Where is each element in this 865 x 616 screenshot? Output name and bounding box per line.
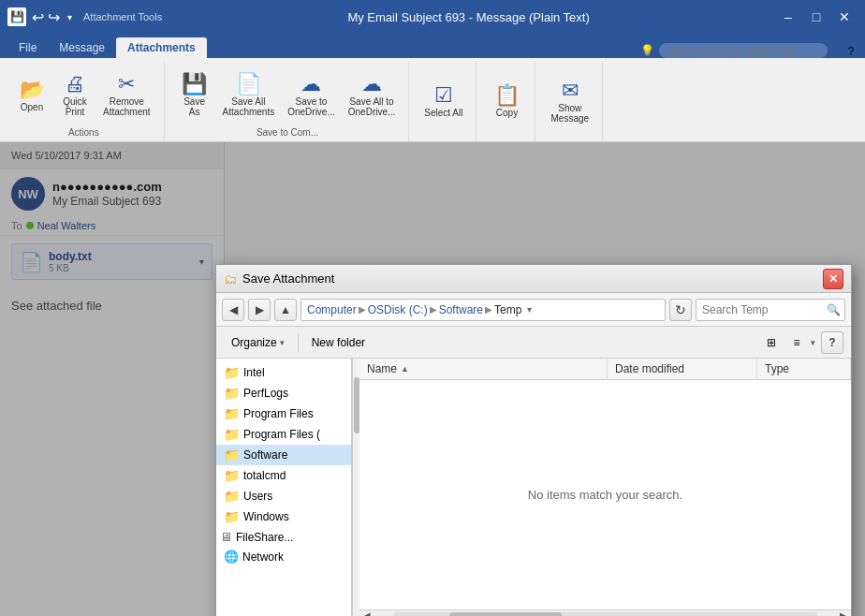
tab-message[interactable]: Message <box>48 37 116 58</box>
save-to-label: Save toOneDrive... <box>287 96 335 117</box>
open-label: Open <box>21 102 43 112</box>
nav-tree-wrapper: 📁 Intel 📁 PerfLogs 📁 Program Files <box>216 359 359 616</box>
breadcrumb-temp[interactable]: Temp <box>494 303 521 316</box>
remove-label: RemoveAttachment <box>103 96 151 117</box>
file-area: Name ▲ Date modified Type No items match… <box>359 359 851 616</box>
ribbon: 📂 Open 🖨 QuickPrint ✂ RemoveAttachment A… <box>0 58 865 142</box>
redo-btn[interactable]: ↪ <box>48 8 60 26</box>
col-name[interactable]: Name ▲ <box>359 359 608 379</box>
horizontal-scrollbar[interactable]: ◀ ▶ <box>359 609 851 616</box>
nav-item-intel[interactable]: 📁 Intel <box>216 362 351 383</box>
nav-item-users[interactable]: 📁 Users <box>216 486 351 506</box>
toolbar-sep <box>298 333 299 352</box>
nav-label-perflogs: PerfLogs <box>243 387 288 400</box>
column-headers: Name ▲ Date modified Type <box>359 359 851 380</box>
ribbon-group-actions: 📂 Open 🖨 QuickPrint ✂ RemoveAttachment A… <box>4 62 165 141</box>
folder-icon-pfx: 📁 <box>224 427 240 442</box>
col-date-label: Date modified <box>615 362 684 375</box>
print-label: QuickPrint <box>63 96 87 117</box>
nav-item-totalcmd[interactable]: 📁 totalcmd <box>216 465 351 486</box>
search-input[interactable] <box>696 299 845 321</box>
view-details-btn[interactable]: ≡ <box>785 331 808 354</box>
refresh-btn[interactable]: ↻ <box>669 299 692 321</box>
nav-scrollbar[interactable] <box>352 359 359 616</box>
dialog-title-text: Save Attachment <box>242 271 823 286</box>
ribbon-group-copy: 📋 Copy <box>478 62 535 141</box>
breadcrumb-bar[interactable]: Computer ▶ OSDisk (C:) ▶ Software ▶ Temp… <box>301 299 666 321</box>
nav-tree: 📁 Intel 📁 PerfLogs 📁 Program Files <box>216 359 352 616</box>
scroll-right-btn[interactable]: ▶ <box>836 610 851 617</box>
quick-print-btn[interactable]: 🖨 QuickPrint <box>54 71 95 120</box>
organize-btn[interactable]: Organize ▾ <box>224 333 292 352</box>
save-to-onedrive-btn[interactable]: ☁ Save toOneDrive... <box>282 71 341 120</box>
breadcrumb-computer[interactable]: Computer <box>307 303 357 316</box>
scroll-left-btn[interactable]: ◀ <box>359 610 374 617</box>
select-buttons: ☑ Select All <box>418 66 468 138</box>
title-bar: 💾 ↩ ↪ ▾ Attachment Tools My Email Subjec… <box>0 0 865 34</box>
save-dialog: 🗂 Save Attachment ✕ ◀ ▶ ▲ Computer ▶ OSD… <box>215 264 852 616</box>
search-icon[interactable]: 🔍 <box>827 303 841 316</box>
save-as-label: SaveAs <box>183 96 205 117</box>
nav-label-network: Network <box>242 550 284 564</box>
save-all-onedrive-btn[interactable]: ☁ Save All toOneDrive... <box>343 71 402 120</box>
nav-item-program-files-x[interactable]: 📁 Program Files ( <box>216 424 351 445</box>
breadcrumb-osdisk[interactable]: OSDisk (C:) <box>368 303 428 316</box>
save-all-label: Save AllAttachments <box>223 96 275 117</box>
show-message-btn[interactable]: ✉ ShowMessage <box>545 78 594 126</box>
scroll-track <box>393 612 817 617</box>
new-folder-btn[interactable]: New folder <box>304 333 373 352</box>
save-as-btn[interactable]: 💾 SaveAs <box>174 71 215 120</box>
nav-item-program-files[interactable]: 📁 Program Files <box>216 403 351 424</box>
select-label: Select All <box>424 108 462 118</box>
view-list-btn[interactable]: ⊞ <box>760 331 783 354</box>
restore-btn[interactable]: □ <box>803 4 829 30</box>
back-btn[interactable]: ◀ <box>222 299 244 321</box>
nav-label-intel: Intel <box>243 366 265 379</box>
sep2: ▶ <box>430 304 437 315</box>
forward-btn[interactable]: ▶ <box>248 299 271 321</box>
select-all-btn[interactable]: ☑ Select All <box>418 82 468 121</box>
save-group-label: Save to Com... <box>257 127 318 138</box>
view-dropdown[interactable]: ▾ <box>811 338 815 347</box>
folder-icon-perflogs: 📁 <box>224 386 240 401</box>
tab-attachments[interactable]: Attachments <box>116 37 207 58</box>
copy-btn[interactable]: 📋 Copy <box>486 82 527 121</box>
scroll-thumb-h <box>449 612 562 617</box>
ribbon-group-show: ✉ ShowMessage <box>537 62 603 141</box>
save-all-btn[interactable]: 📄 Save AllAttachments <box>217 71 281 120</box>
folder-icon-windows: 📁 <box>224 509 240 524</box>
tab-file[interactable]: File <box>7 37 48 58</box>
folder-icon-totalcmd: 📁 <box>224 468 240 483</box>
close-btn[interactable]: ✕ <box>831 4 858 30</box>
minimize-btn[interactable]: – <box>775 4 801 30</box>
nav-item-network[interactable]: 🌐 Network <box>216 547 351 566</box>
save-all-icon: 📄 <box>236 74 261 95</box>
dialog-body: 📁 Intel 📁 PerfLogs 📁 Program Files <box>216 359 851 616</box>
ribbon-tabs: File Message Attachments 💡 ? <box>0 34 865 58</box>
show-buttons: ✉ ShowMessage <box>545 66 594 138</box>
actions-buttons: 📂 Open 🖨 QuickPrint ✂ RemoveAttachment <box>11 66 156 125</box>
nav-item-fileshare[interactable]: 🖥 FileShare... <box>216 527 351 547</box>
dialog-help-btn[interactable]: ? <box>821 331 843 354</box>
open-btn[interactable]: 📂 Open <box>11 77 52 115</box>
nav-item-perflogs[interactable]: 📁 PerfLogs <box>216 383 351 403</box>
col-date[interactable]: Date modified <box>608 359 757 379</box>
pc-icon-fileshare: 🖥 <box>220 530 232 544</box>
undo-redo-group: ↩ ↪ ▾ <box>32 8 72 26</box>
remove-attachment-btn[interactable]: ✂ RemoveAttachment <box>97 71 156 120</box>
col-sort-icon: ▲ <box>401 364 409 374</box>
breadcrumb-software[interactable]: Software <box>439 303 483 316</box>
more-btn[interactable]: ▾ <box>67 12 72 22</box>
tellme-input[interactable] <box>659 43 828 58</box>
nav-item-windows[interactable]: 📁 Windows <box>216 506 351 527</box>
dialog-close-btn[interactable]: ✕ <box>823 269 843 289</box>
breadcrumb-dropdown[interactable]: ▾ <box>527 304 532 315</box>
up-btn[interactable]: ▲ <box>274 299 297 321</box>
col-type[interactable]: Type <box>757 359 851 379</box>
help-icon[interactable]: ? <box>837 45 865 58</box>
undo-btn[interactable]: ↩ <box>32 8 44 26</box>
search-wrapper: 🔍 <box>696 299 845 321</box>
folder-icon-software: 📁 <box>224 447 240 462</box>
sep1: ▶ <box>359 304 366 315</box>
nav-item-software[interactable]: 📁 Software <box>216 445 351 465</box>
